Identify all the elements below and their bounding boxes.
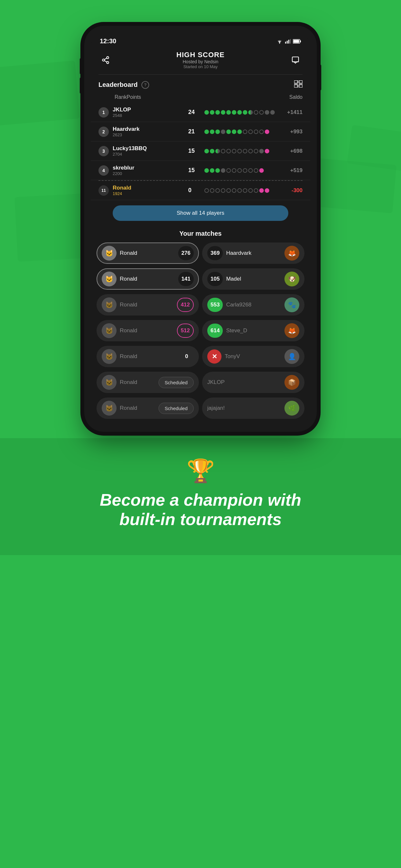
points-value: 24: [188, 109, 201, 116]
dots-row: [204, 129, 280, 134]
dot: [243, 168, 247, 173]
status-bar: 12:30: [91, 32, 310, 48]
dot: [237, 188, 242, 193]
app-header: HIGH SCORE Hosted by Nedsin Started on 1…: [91, 48, 310, 74]
points-value: 0: [188, 187, 201, 194]
show-all-button[interactable]: Show all 14 players: [113, 206, 288, 221]
svg-point-0: [279, 42, 280, 43]
bottom-section: 🏆 Become a champion with built-in tourna…: [0, 438, 401, 555]
svg-rect-17: [299, 85, 303, 88]
started-on: Started on 10 May: [113, 64, 288, 69]
left-player-pill: 🐱 Ronald 141: [96, 268, 199, 290]
matches-list: 🐱 Ronald 276 🦊 Haardvark 369 🐱 Ronald 14…: [91, 243, 310, 425]
rank-badge: 2: [98, 127, 109, 137]
player-name: Lucky13BBQ: [113, 145, 188, 152]
saldo-value: +519: [280, 167, 303, 174]
avatar: 🐱: [102, 375, 117, 390]
avatar: 📦: [284, 375, 299, 390]
table-row: 1 JKLOP 2548 24 +1411: [91, 103, 310, 122]
player-name-label: JKLOP: [207, 379, 281, 385]
dot: [210, 129, 214, 134]
svg-rect-16: [294, 85, 298, 88]
points-value: 15: [188, 167, 201, 174]
player-sub-score: 1924: [113, 191, 188, 196]
player-name: skreblur: [113, 165, 188, 171]
score-badge-left: 512: [177, 323, 194, 338]
right-player-pill: 🦊 Steve_D 614: [202, 320, 305, 341]
hosted-by: Hosted by Nedsin: [113, 59, 288, 64]
share-button[interactable]: [98, 53, 113, 67]
score-badge-left: 141: [178, 272, 194, 286]
player-name-user: Ronald: [113, 185, 188, 191]
avatar: 🌿: [284, 401, 299, 415]
player-sub-score: 2623: [113, 132, 188, 137]
player-info: JKLOP 2548: [113, 106, 188, 118]
dot: [259, 110, 264, 115]
dot: [226, 168, 231, 173]
score-badge-right: 369: [207, 246, 223, 260]
avatar: 🐱: [102, 401, 117, 415]
leaderboard-header: Leaderboard ?: [91, 74, 310, 92]
dot: [204, 110, 209, 115]
left-player-pill: 🐱 Ronald Scheduled: [96, 372, 199, 393]
svg-line-12: [104, 58, 106, 59]
trophy-icon: 🏆: [19, 458, 382, 484]
col-rank-label: Rank: [115, 94, 127, 100]
svg-rect-6: [294, 40, 299, 42]
left-player-pill: 🐱 Ronald 0: [96, 346, 199, 367]
dot: [226, 188, 231, 193]
dot: [215, 129, 220, 134]
rank-badge: 3: [98, 146, 109, 156]
dot: [215, 188, 220, 193]
score-badge-right: 614: [207, 323, 223, 338]
list-item: 🐱 Ronald 276 🦊 Haardvark 369: [96, 243, 305, 264]
player-name: JKLOP: [113, 106, 188, 113]
expand-icon[interactable]: [294, 81, 303, 89]
saldo-value: +698: [280, 148, 303, 154]
table-row-user: 11 Ronald 1924 0 -300: [91, 181, 310, 200]
saldo-value: -300: [280, 187, 303, 194]
dot: [259, 188, 264, 193]
dot: [221, 168, 225, 173]
right-player-pill: 📦 JKLOP: [202, 372, 305, 393]
dot: [254, 168, 258, 173]
avatar: 👤: [284, 349, 299, 364]
dot: [248, 188, 253, 193]
dot: [232, 188, 236, 193]
player-name-label: Ronald: [120, 250, 175, 256]
dot: [215, 110, 220, 115]
help-icon[interactable]: ?: [142, 81, 149, 89]
list-item: 🐱 Ronald 512 🦊 Steve_D 614: [96, 320, 305, 341]
dot: [221, 110, 225, 115]
player-name: Haardvark: [113, 126, 188, 132]
score-badge-right: 105: [207, 272, 223, 286]
dot: [248, 149, 253, 153]
volume-down-button: [80, 78, 82, 94]
col-saldo-label: Saldo: [280, 94, 303, 100]
saldo-value: +993: [280, 128, 303, 135]
svg-line-11: [104, 60, 106, 62]
column-headers: Rank Points Saldo: [91, 92, 310, 103]
player-name-label: Ronald: [120, 353, 176, 360]
svg-rect-7: [300, 40, 301, 42]
chat-button[interactable]: [288, 53, 303, 67]
dot: [270, 110, 275, 115]
dot: [232, 129, 236, 134]
player-name-label: Steve_D: [226, 328, 281, 334]
left-player-pill: 🐱 Ronald Scheduled: [96, 398, 199, 419]
avatar: 🐶: [284, 272, 299, 286]
rank-badge: 1: [98, 107, 109, 118]
player-name-label: Ronald: [120, 379, 155, 385]
svg-rect-3: [288, 40, 289, 43]
dot: [204, 149, 209, 153]
scheduled-badge: Scheduled: [158, 377, 194, 388]
left-player-pill: 🐱 Ronald 512: [96, 320, 199, 341]
list-item: 🐱 Ronald Scheduled 📦 JKLOP: [96, 372, 305, 393]
rank-badge: 4: [98, 165, 109, 176]
list-item: 🐱 Ronald 0 👤 TonyV ✕: [96, 346, 305, 367]
right-player-pill: 🐶 Madel 105: [202, 268, 305, 290]
table-row: 2 Haardvark 2623 21 +993: [91, 122, 310, 142]
dot: [232, 149, 236, 153]
svg-rect-15: [299, 81, 303, 83]
battery-icon: [293, 39, 301, 43]
